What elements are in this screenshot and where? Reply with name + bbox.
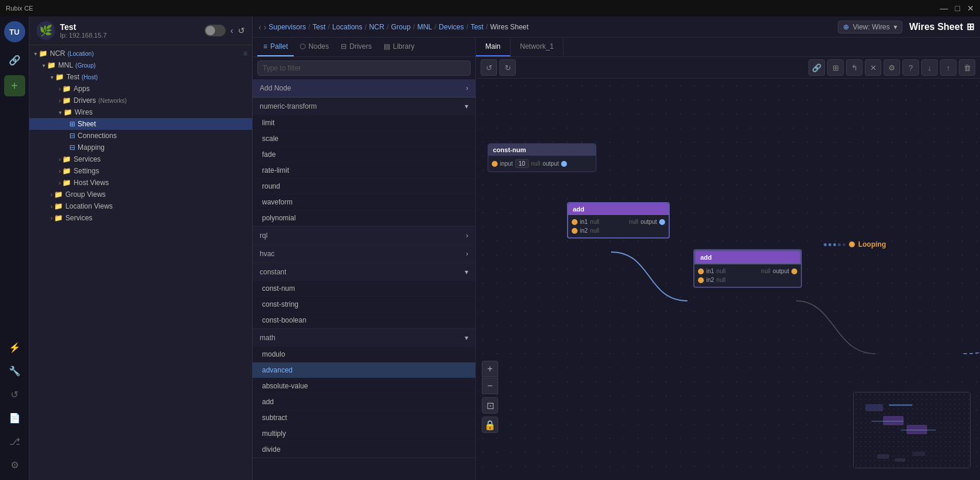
zoom-fit-button[interactable]: ⊡	[482, 397, 498, 414]
breadcrumb-locations[interactable]: Locations	[332, 23, 362, 31]
palette-item-advanced[interactable]: advanced	[253, 362, 475, 378]
tab-pallet[interactable]: ≡ Pallet	[257, 38, 294, 56]
tab-library[interactable]: ▤ Library	[378, 38, 421, 56]
minimize-button[interactable]: —	[940, 4, 948, 13]
tab-nodes[interactable]: ⬡ Nodes	[294, 38, 335, 56]
tree-item-test[interactable]: ▾ 📁 Test (Host)	[29, 71, 252, 83]
palette-item-round[interactable]: round	[253, 179, 475, 194]
filter-input[interactable]	[257, 61, 471, 76]
tree-item-wires[interactable]: ▾ 📁 Wires	[29, 106, 252, 118]
canvas-tab-network1[interactable]: Network_1	[511, 38, 563, 56]
breadcrumb-ncr[interactable]: NCR	[369, 23, 384, 31]
refresh-icon-button[interactable]: ↺	[4, 384, 25, 405]
input-value[interactable]: 10	[515, 159, 529, 168]
wrench-icon-button[interactable]: 🔧	[4, 360, 25, 381]
breadcrumb-test2[interactable]: Test	[471, 23, 484, 31]
table-toolbar-button[interactable]: ⊞	[827, 59, 844, 76]
lightning-icon-button[interactable]: ⚡	[4, 337, 25, 358]
restore-button[interactable]: □	[955, 4, 960, 13]
node-add2[interactable]: add in1 null null output	[693, 249, 802, 288]
gear-toolbar-button[interactable]: ⚙	[884, 59, 900, 76]
tree-item-hostviews[interactable]: › 📁 Host Views	[29, 177, 252, 189]
in1-port[interactable]	[698, 268, 704, 274]
git-icon-button[interactable]: ⎇	[4, 431, 25, 452]
section-header-numeric-transform[interactable]: numeric-transform ▾	[253, 98, 475, 115]
zoom-in-button[interactable]: +	[482, 361, 498, 377]
tree-item-ncr[interactable]: ▾ 📁 NCR (Location) ≡	[29, 48, 252, 59]
help-toolbar-button[interactable]: ?	[902, 59, 919, 76]
section-header-rql[interactable]: rql ›	[253, 227, 475, 244]
palette-item-const-boolean[interactable]: const-boolean	[253, 313, 475, 328]
tree-item-locationviews[interactable]: › 📁 Location Views	[29, 200, 252, 212]
sidebar-refresh-button[interactable]: ↺	[238, 26, 245, 35]
in2-port[interactable]	[698, 277, 704, 283]
palette-item-polynomial[interactable]: polynomial	[253, 210, 475, 226]
canvas-tab-main[interactable]: Main	[476, 38, 511, 56]
upload-toolbar-button[interactable]: ↑	[940, 59, 956, 76]
palette-item-subtract[interactable]: subtract	[253, 410, 475, 426]
add-node-row[interactable]: Add Node ›	[253, 79, 475, 98]
palette-item-limit[interactable]: limit	[253, 115, 475, 131]
section-label: math	[260, 334, 276, 342]
breadcrumb-group[interactable]: Group	[391, 23, 410, 31]
section-header-hvac[interactable]: hvac ›	[253, 245, 475, 263]
tree-item-connections[interactable]: ⊟ Connections	[29, 130, 252, 142]
arrow-toolbar-button[interactable]: ↰	[846, 59, 862, 76]
canvas-viewport[interactable]: const-num input 10 null output	[476, 79, 980, 480]
settings-icon-button[interactable]: ⚙	[4, 454, 25, 475]
tree-item-services[interactable]: › 📁 Services	[29, 153, 252, 165]
trash-toolbar-button[interactable]: 🗑	[959, 59, 975, 76]
link-icon-button[interactable]: 🔗	[4, 49, 25, 71]
tree-item-sheet[interactable]: ⊞ Sheet	[29, 118, 252, 130]
tree-item-mnl[interactable]: ▾ 📁 MNL (Group)	[29, 59, 252, 71]
zoom-lock-button[interactable]: 🔒	[482, 417, 498, 433]
toggle-switch[interactable]	[204, 25, 226, 36]
palette-item-scale[interactable]: scale	[253, 131, 475, 147]
view-selector[interactable]: ⊕ View: Wires ▾	[838, 21, 902, 33]
tree-item-mapping[interactable]: ⊟ Mapping	[29, 142, 252, 153]
tree-menu-icon[interactable]: ≡	[243, 49, 247, 58]
redo-button[interactable]: ↻	[499, 59, 516, 76]
sidebar-collapse-button[interactable]: ‹	[230, 26, 233, 35]
breadcrumb-mnl[interactable]: MNL	[417, 23, 432, 31]
palette-item-absolute-value[interactable]: absolute-value	[253, 378, 475, 394]
tab-drivers[interactable]: ⊟ Drivers	[335, 38, 378, 56]
tree-item-services2[interactable]: › 📁 Services	[29, 212, 252, 224]
close-toolbar-button[interactable]: ✕	[865, 59, 881, 76]
tree-item-groupviews[interactable]: › 📁 Group Views	[29, 189, 252, 200]
download-toolbar-button[interactable]: ↓	[921, 59, 938, 76]
close-button[interactable]: ✕	[967, 4, 974, 13]
in2-port[interactable]	[572, 228, 578, 234]
tree-item-apps[interactable]: › 📁 Apps	[29, 83, 252, 95]
breadcrumb-devices[interactable]: Devices	[439, 23, 464, 31]
node-add1[interactable]: add in1 null null output	[567, 202, 670, 239]
palette-item-const-string[interactable]: const-string	[253, 297, 475, 313]
link-toolbar-button[interactable]: 🔗	[808, 59, 825, 76]
breadcrumb-supervisors[interactable]: Supervisors	[269, 23, 306, 31]
palette-item-multiply[interactable]: multiply	[253, 426, 475, 442]
section-header-math[interactable]: math ▾	[253, 329, 475, 347]
tree-item-drivers[interactable]: › 📁 Drivers (Networks)	[29, 95, 252, 106]
in1-port[interactable]	[572, 219, 578, 225]
output-port[interactable]	[791, 268, 797, 274]
palette-item-modulo[interactable]: modulo	[253, 347, 475, 362]
palette-item-waveform[interactable]: waveform	[253, 194, 475, 210]
breadcrumb-test[interactable]: Test	[313, 23, 325, 31]
palette-item-add[interactable]: add	[253, 394, 475, 410]
palette-item-rate-limit[interactable]: rate-limit	[253, 163, 475, 179]
output-port[interactable]	[659, 219, 665, 225]
output-port[interactable]	[561, 161, 567, 167]
palette-item-const-num[interactable]: const-num	[253, 281, 475, 297]
node-const-num[interactable]: const-num input 10 null output	[488, 143, 596, 172]
undo-button[interactable]: ↺	[481, 59, 497, 76]
back-button[interactable]: ‹	[259, 22, 261, 32]
forward-button[interactable]: ›	[264, 22, 267, 32]
input-port[interactable]	[492, 161, 498, 167]
palette-item-fade[interactable]: fade	[253, 147, 475, 163]
tree-item-settings[interactable]: › 📁 Settings	[29, 165, 252, 177]
palette-item-divide[interactable]: divide	[253, 442, 475, 458]
zoom-out-button[interactable]: −	[482, 378, 498, 394]
doc-icon-button[interactable]: 📄	[4, 407, 25, 428]
add-button[interactable]: +	[4, 75, 25, 96]
section-header-constant[interactable]: constant ▾	[253, 263, 475, 281]
